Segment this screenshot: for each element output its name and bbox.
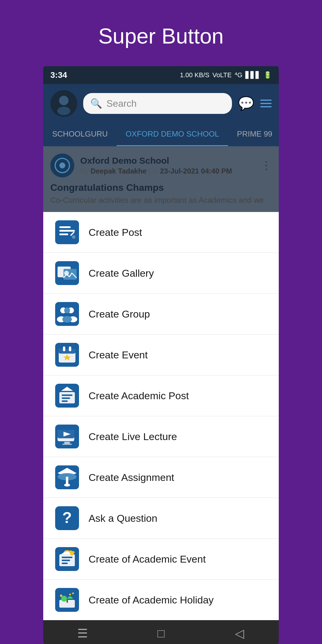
post-info: Oxford Demo School By Deepak Tadakhe On … [80,156,255,175]
svg-rect-34 [62,400,68,402]
create-post-label: Create Post [89,227,142,238]
avatar[interactable] [50,90,77,117]
bottom-menu-button[interactable]: ☰ [71,624,95,642]
page-title: Super Button [98,24,224,48]
create-group-icon [55,302,79,326]
create-post-icon [55,220,79,244]
status-bar: 3:34 1.00 KB/S VoLTE ⁴G ▋▋▋ 🔋 [43,66,279,84]
ask-question-icon: ? [55,506,79,530]
bottom-home-button[interactable]: □ [149,624,173,642]
status-speed: 1.00 KB/S [180,71,209,79]
post-title: Congratulations Champs [50,182,272,193]
svg-text:?: ? [62,509,72,526]
header-icons: 💬 [238,96,272,111]
ask-question-label: Ask a Question [89,513,157,524]
create-academic-post-label: Create Academic Post [89,390,189,402]
svg-rect-32 [62,394,72,396]
svg-rect-61 [66,599,68,603]
svg-point-2 [57,107,70,115]
svg-rect-6 [55,220,79,244]
menu-item-create-academic-event[interactable]: Create of Academic Event [43,539,279,580]
svg-point-64 [69,594,71,595]
create-academic-event-icon [55,547,79,571]
message-icon[interactable]: 💬 [238,96,254,111]
svg-point-45 [64,484,70,487]
status-4g: ⁴G [235,71,242,79]
svg-rect-9 [59,233,68,235]
svg-rect-33 [62,397,70,399]
svg-rect-7 [59,226,71,228]
post-card: Oxford Demo School By Deepak Tadakhe On … [43,146,279,212]
menu-item-create-assignment[interactable]: Create Assignment [43,457,279,498]
status-time: 3:34 [50,70,67,80]
svg-rect-55 [62,557,72,558]
create-assignment-label: Create Assignment [89,472,174,483]
phone-frame: 3:34 1.00 KB/S VoLTE ⁴G ▋▋▋ 🔋 🔍 Search � [43,66,279,644]
svg-rect-56 [62,560,70,561]
app-header: 🔍 Search 💬 [43,84,279,123]
post-meta: By Deepak Tadakhe On 23-Jul-2021 04:40 P… [80,167,255,175]
create-event-label: Create Event [89,349,148,361]
search-icon: 🔍 [90,98,102,109]
status-volte: VoLTE [212,71,231,79]
menu-item-create-post[interactable]: Create Post [43,212,279,253]
menu-item-create-group[interactable]: Create Group [43,294,279,335]
svg-rect-26 [63,346,65,351]
tab-oxford-demo-school[interactable]: OXFORD DEMO SCHOOL [117,123,228,146]
svg-point-54 [69,550,72,553]
menu-item-create-academic-post[interactable]: Create Academic Post [43,375,279,416]
menu-item-create-live-lecture[interactable]: Create Live Lecture [43,416,279,457]
create-live-lecture-icon [55,425,79,448]
svg-rect-8 [59,230,75,232]
svg-point-62 [60,595,62,597]
menu-item-create-gallery[interactable]: Create Gallery [43,253,279,294]
create-live-lecture-label: Create Live Lecture [89,431,177,442]
svg-rect-25 [59,349,75,354]
create-group-label: Create Group [89,308,150,320]
svg-rect-27 [69,346,71,351]
tabs-bar: SCHOOLGURU OXFORD DEMO SCHOOL PRIME 99 [43,123,279,146]
svg-rect-40 [62,444,72,445]
svg-point-11 [72,235,75,239]
svg-point-19 [64,307,70,313]
menu-item-create-academic-holiday[interactable]: Create of Academic Holiday [43,580,279,620]
battery-icon: 🔋 [264,71,272,79]
create-event-icon [55,343,79,367]
hamburger-menu-icon[interactable] [260,100,272,107]
svg-point-1 [59,96,69,105]
tab-prime99[interactable]: PRIME 99 [228,123,279,146]
post-school-avatar [50,154,74,177]
bottom-nav: ☰ □ ◁ [43,620,279,644]
post-header: Oxford Demo School By Deepak Tadakhe On … [50,154,272,177]
svg-point-63 [72,592,74,594]
svg-rect-39 [64,442,70,444]
post-school-name: Oxford Demo School [80,156,255,166]
svg-point-22 [62,316,72,323]
create-assignment-icon [55,465,79,489]
svg-rect-57 [62,563,68,564]
search-bar[interactable]: 🔍 Search [83,93,232,114]
create-academic-holiday-icon [55,588,79,612]
tab-schoolguru[interactable]: SCHOOLGURU [43,123,117,146]
bottom-back-button[interactable]: ◁ [227,624,251,642]
avatar-image [50,90,77,117]
create-gallery-icon [55,261,79,285]
menu-list: Create Post Create Gallery [43,212,279,620]
create-gallery-label: Create Gallery [89,267,154,279]
search-placeholder: Search [106,98,137,109]
create-academic-post-icon [55,384,79,408]
svg-point-60 [61,596,67,602]
create-academic-event-label: Create of Academic Event [89,553,206,565]
signal-icon: ▋▋▋ [245,71,261,79]
menu-item-ask-question[interactable]: ? Ask a Question [43,498,279,539]
svg-point-5 [59,162,65,168]
create-academic-holiday-label: Create of Academic Holiday [89,594,214,606]
post-more-button[interactable]: ⋮ [261,159,272,172]
post-body: Co-Curricular activities are as importan… [50,196,272,205]
status-icons: 1.00 KB/S VoLTE ⁴G ▋▋▋ 🔋 [180,71,272,79]
menu-item-create-event[interactable]: Create Event [43,335,279,375]
